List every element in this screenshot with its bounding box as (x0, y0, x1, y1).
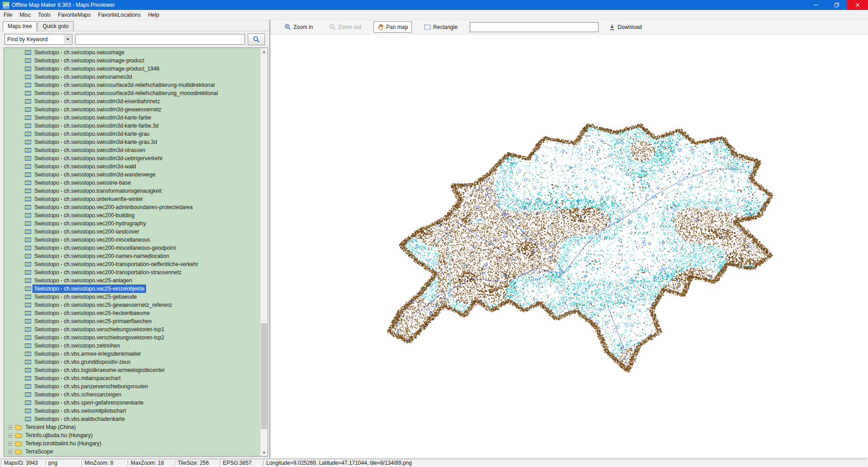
tree-map-item[interactable]: Swisstopo - ch.swisstopo.swissnames3d (4, 73, 260, 81)
tree-map-item[interactable]: Swisstopo - ch.vbs.schiessanzeigen (4, 391, 260, 399)
map-toolbar: Zoom in Zoom out Pan map Rectangle (270, 20, 868, 34)
menu-item-favoritelocations[interactable]: FavoriteLocations (94, 10, 145, 19)
map-icon (25, 302, 31, 308)
tree-folder-item[interactable]: TerraScope (4, 448, 260, 456)
search-mode-select[interactable]: Find by Keyword (5, 34, 72, 45)
map-icon (25, 131, 31, 137)
zoom-in-button[interactable]: Zoom in (280, 21, 317, 33)
menu-item-file[interactable]: File (0, 10, 16, 19)
map-canvas[interactable] (270, 34, 868, 458)
menu-item-help[interactable]: Help (144, 10, 163, 19)
tree-map-item[interactable]: Swisstopo - ch.vbs.milairspacechart (4, 374, 260, 382)
tree-folder-item[interactable]: Terinfo.ujbuda.hu (Hungary) (4, 431, 260, 439)
search-button[interactable] (248, 33, 265, 45)
tree-map-item[interactable]: Swisstopo - ch.vbs.grunddispositiv-zeus (4, 358, 260, 366)
tree-item-label: Swisstopo - ch.swisstopo.vec200-transpor… (33, 261, 200, 268)
tree-map-item[interactable]: Swisstopo - ch.vbs.panzerverschiebungsro… (4, 382, 260, 391)
tree-item-label: Swisstopo - ch.swisstopo.vec200-landcove… (33, 228, 141, 235)
map-icon (25, 229, 31, 234)
tree-map-item[interactable]: Swisstopo - ch.vbs.sperr-gefahrenzonenka… (4, 399, 260, 407)
tree-item-label: Swisstopo - ch.swisstopo.vec200-building (33, 212, 136, 219)
tree-map-item[interactable]: Swisstopo - ch.swisstopo.vec200-building (4, 211, 260, 219)
tree-item-label: Swisstopo - ch.swisstopo.vec200-names-na… (33, 253, 170, 260)
tab-quick-goto[interactable]: Quick goto (38, 21, 73, 31)
expand-icon[interactable] (8, 442, 12, 446)
tree-map-item[interactable]: Swisstopo - ch.swisstopo.swissimage-prod… (4, 65, 260, 73)
tree-map-item[interactable]: Swisstopo - ch.swisstopo.vec25-anlagen (4, 276, 260, 285)
tree-map-item[interactable]: Swisstopo - ch.swisstopo.vec200-transpor… (4, 260, 260, 268)
tree-map-item[interactable]: Swisstopo - ch.swisstopo.zeitreihen (4, 342, 260, 350)
tree-map-item[interactable]: Swisstopo - ch.swisstopo.swisstlm3d-uebr… (4, 154, 260, 162)
zoom-in-icon (284, 24, 291, 30)
tree-map-item[interactable]: Swisstopo - ch.swisstopo.swisstlm3d-wand… (4, 171, 260, 179)
tree-folder-item[interactable]: Tencent Map (China) (4, 423, 260, 431)
tree-map-item[interactable]: Swisstopo - ch.swisstopo.vec200-transpor… (4, 268, 260, 276)
map-icon (25, 188, 31, 194)
scrollbar-track[interactable] (260, 55, 268, 449)
search-input[interactable] (75, 34, 245, 45)
expand-icon[interactable] (8, 434, 12, 438)
tree-item-label: Swisstopo - ch.vbs.logistikraeume-armeel… (33, 367, 166, 374)
toolbar-input[interactable] (470, 22, 599, 32)
chevron-down-icon[interactable] (64, 35, 71, 44)
minimize-button[interactable] (806, 0, 826, 10)
tree-folder-item[interactable]: Terkep.torokbalint.hu (Hungary) (4, 439, 260, 448)
map-icon (25, 262, 31, 267)
tree-map-item[interactable]: Swisstopo - ch.swisstopo.vec200-hydrogra… (4, 219, 260, 228)
tree-map-item[interactable]: Swisstopo - ch.swisstopo.swisstlm3d-stra… (4, 146, 260, 154)
tree-map-item[interactable]: Swisstopo - ch.swisstopo.vec25-gebaeude (4, 293, 260, 301)
expand-icon[interactable] (8, 450, 12, 454)
tree-map-item[interactable]: Swisstopo - ch.swisstopo.swisstlm3d-kart… (4, 130, 260, 138)
tree-map-item[interactable]: Swisstopo - ch.swisstopo.verschiebungsve… (4, 334, 260, 342)
map-icon (25, 359, 31, 365)
tree-map-item[interactable]: Swisstopo - ch.swisstopo.vec25-einzelobj… (4, 285, 260, 293)
tree-map-item[interactable]: Swisstopo - ch.swisstopo.swisssurface3d-… (4, 89, 260, 97)
tree-map-item[interactable]: Swisstopo - ch.swisstopo.swisstlm3d-wald (4, 162, 260, 171)
tree-map-item[interactable]: Swisstopo - ch.swisstopo.vec200-miscella… (4, 244, 260, 252)
tree-map-item[interactable]: Swisstopo - ch.vbs.logistikraeume-armeel… (4, 366, 260, 374)
tree-map-item[interactable]: Swisstopo - ch.swisstopo.swissimage (4, 48, 260, 57)
tab-maps-tree[interactable]: Maps tree (3, 21, 37, 31)
tree-map-item[interactable]: Swisstopo - ch.swisstopo.unterkuenfte-wi… (4, 195, 260, 203)
pan-map-button[interactable]: Pan map (373, 21, 412, 33)
rectangle-button[interactable]: Rectangle (420, 22, 462, 33)
tree-map-item[interactable]: Swisstopo - ch.swisstopo.vec200-miscella… (4, 236, 260, 244)
search-icon (253, 36, 260, 43)
tree-item-label: Swisstopo - ch.swisstopo.swisstlm3d-eise… (33, 98, 161, 105)
tree-item-label: Swisstopo - ch.swisstopo.swisstlm3d-uebr… (33, 155, 164, 162)
menu-item-tools[interactable]: Tools (34, 10, 54, 19)
tree-map-item[interactable]: Swisstopo - ch.swisstopo.swisstlm3d-gewa… (4, 105, 260, 114)
download-button[interactable]: Download (605, 22, 646, 33)
tree-map-item[interactable]: Swisstopo - ch.swisstopo.vec200-adminbou… (4, 203, 260, 211)
scroll-down-icon[interactable]: ▼ (260, 449, 268, 456)
tree-map-item[interactable]: Swisstopo - ch.swisstopo.swisstlm3d-eise… (4, 97, 260, 105)
tree-map-item[interactable]: Swisstopo - ch.swisstopo.vec25-heckenbae… (4, 309, 260, 317)
tree-map-item[interactable]: Swisstopo - ch.swisstopo.swisstlm3d-kart… (4, 114, 260, 122)
menu-item-misc[interactable]: Misc (16, 10, 34, 19)
map-icon (25, 310, 31, 316)
menu-item-favoritemaps[interactable]: FavoriteMaps (54, 10, 94, 19)
tree-scrollbar[interactable]: ▲ ▼ (260, 48, 268, 456)
zoom-out-button[interactable]: Zoom out (325, 21, 365, 33)
tree-map-item[interactable]: Swisstopo - ch.swisstopo.verschiebungsve… (4, 325, 260, 334)
expand-icon[interactable] (8, 425, 12, 429)
maps-tree-panel: Swisstopo - ch.swisstopo.swissimageSwiss… (4, 48, 268, 457)
tree-map-item[interactable]: Swisstopo - ch.swisstopo.swisstlm3d-kart… (4, 122, 260, 130)
tree-map-item[interactable]: Swisstopo - ch.vbs.armee-kriegsdenkmaele… (4, 350, 260, 358)
tree-map-item[interactable]: Swisstopo - ch.swisstopo.swisssurface3d-… (4, 81, 260, 89)
tree-map-item[interactable]: Swisstopo - ch.swisstopo.vec200-names-na… (4, 252, 260, 260)
scrollbar-thumb[interactable] (261, 323, 267, 429)
tree-map-item[interactable]: Swisstopo - ch.swisstopo.swisstne-base (4, 179, 260, 187)
maximize-button[interactable] (826, 0, 847, 10)
tree-map-item[interactable]: Swisstopo - ch.swisstopo.vec25-gewaesser… (4, 301, 260, 309)
tree-map-item[interactable]: Swisstopo - ch.swisstopo.swissimage-prod… (4, 57, 260, 65)
tree-map-item[interactable]: Swisstopo - ch.swisstopo.swisstlm3d-kart… (4, 138, 260, 146)
tree-map-item[interactable]: Swisstopo - ch.vbs.swissmilpilotschart (4, 407, 260, 415)
tree-map-item[interactable]: Swisstopo - ch.vbs.waldschadenkarte (4, 415, 260, 423)
scroll-up-icon[interactable]: ▲ (260, 48, 268, 55)
tree-map-item[interactable]: Swisstopo - ch.swisstopo.vec200-landcove… (4, 228, 260, 236)
tree-map-item[interactable]: Swisstopo - ch.swisstopo.vec25-primaerfl… (4, 317, 260, 325)
tree-map-item[interactable]: Swisstopo - ch.swisstopo.transformations… (4, 187, 260, 195)
close-button[interactable] (847, 0, 868, 10)
rectangle-icon (424, 24, 431, 30)
